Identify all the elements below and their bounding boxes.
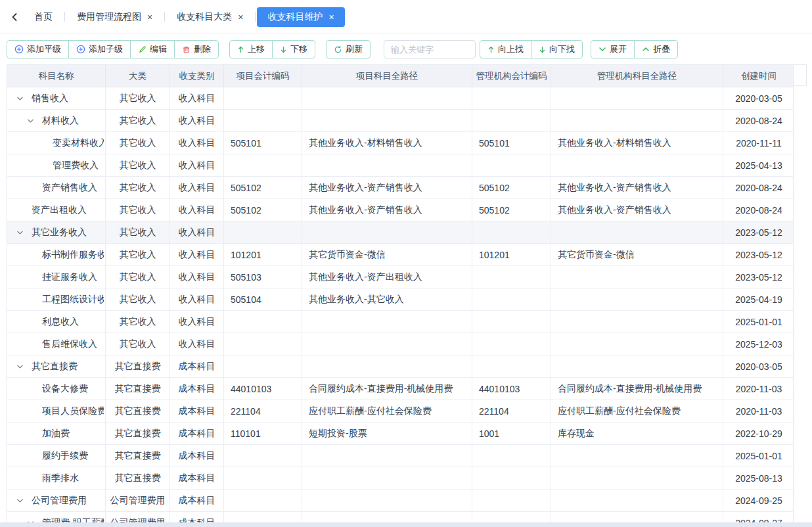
expand-toggle[interactable] (15, 230, 25, 235)
table-row[interactable]: 挂证服务收入其它收入收入科目505103其他业务收入-资产出租收入2023-05… (7, 266, 793, 288)
table-row[interactable]: 售后维保收入其它收入收入科目2025-12-03 (7, 333, 793, 355)
add-sibling-button[interactable]: 添加平级 (7, 40, 69, 58)
table-row[interactable]: 材料收入其它收入收入科目2020-08-24 (7, 110, 793, 132)
collapse-all-button[interactable]: 折叠 (634, 40, 678, 58)
cell-org-path (551, 490, 723, 511)
tab-close-icon[interactable]: × (328, 12, 334, 22)
chevron-down-icon (598, 47, 606, 52)
tab-close-icon[interactable]: × (147, 12, 152, 22)
cell-category: 其它直接费 (106, 467, 170, 489)
table-row[interactable]: 销售收入其它收入收入科目2020-03-05 (7, 87, 793, 110)
expand-all-button[interactable]: 展开 (591, 40, 635, 58)
tab-subject-category[interactable]: 收支科目大类 × (166, 7, 254, 27)
move-down-button[interactable]: 下移 (272, 40, 315, 58)
cell-proj-path (302, 110, 472, 131)
tab-close-icon[interactable]: × (238, 12, 243, 22)
cell-created: 2020-08-24 (723, 177, 794, 198)
table-header-row: 科目名称 大类 收支类别 项目会计编码 项目科目全路径 管理机构会计编码 管理机… (7, 65, 793, 87)
cell-category: 其它直接费 (106, 378, 170, 400)
edit-button[interactable]: 编辑 (130, 40, 175, 58)
subject-name-text: 项目人员保险费 (42, 405, 104, 417)
column-header-type: 收支类别 (170, 65, 224, 87)
cell-org-code (472, 110, 551, 131)
add-child-button[interactable]: 添加子级 (68, 40, 131, 58)
cell-org-path: 其它货币资金-微信 (551, 244, 723, 265)
cell-org-code (472, 333, 551, 355)
expand-toggle[interactable] (15, 364, 25, 369)
table-row[interactable]: 其它业务收入其它收入收入科目2023-05-12 (7, 221, 793, 244)
cell-created: 2023-05-12 (723, 266, 794, 288)
table-row[interactable]: 工程图纸设计收入其它收入收入科目505104其他业务收入-其它收入2025-04… (7, 288, 793, 311)
column-header-created: 创建时间 (723, 65, 794, 87)
cell-type: 收入科目 (170, 311, 224, 332)
table-row[interactable]: 设备大修费其它直接费成本科目44010103合同履约成本-直接费用-机械使用费4… (7, 378, 793, 400)
expand-toggle[interactable] (15, 498, 25, 503)
cell-subject-name: 工程图纸设计收入 (7, 288, 106, 310)
table-row[interactable]: 利息收入其它收入收入科目2025-01-01 (7, 311, 793, 333)
table-row[interactable]: 项目人员保险费其它直接费成本科目221104应付职工薪酬-应付社会保险费2211… (7, 400, 793, 423)
tab-bar: 首页 费用管理流程图 × 收支科目大类 × 收支科目维护 × (0, 0, 812, 34)
cell-created: 2020-03-05 (723, 355, 794, 377)
cell-org-path (551, 266, 723, 288)
tree-indent (15, 165, 36, 166)
table-row[interactable]: 变卖材料收入其它收入收入科目505101其他业务收入-材料销售收入505101其… (7, 132, 793, 154)
horizontal-scrollbar[interactable] (0, 522, 812, 527)
cell-created: 2025-04-13 (723, 154, 794, 176)
tab-expense-flowchart[interactable]: 费用管理流程图 × (66, 7, 163, 27)
table-row[interactable]: 加油费其它直接费成本科目110101短期投资-股票1001库存现金2022-10… (7, 423, 793, 445)
tab-subject-maintenance[interactable]: 收支科目维护 × (257, 7, 344, 27)
cell-proj-code: 505103 (224, 266, 302, 288)
subject-name-text: 资产出租收入 (32, 204, 87, 216)
cell-proj-path (302, 490, 472, 511)
search-input[interactable] (384, 40, 476, 58)
cell-org-code: 505102 (472, 177, 551, 198)
cell-org-path (551, 355, 723, 377)
table-row[interactable]: 资产出租收入其它收入收入科目505102其他业务收入-资产销售收入505102其… (7, 199, 793, 221)
table-row[interactable]: 管理费收入其它收入收入科目2025-04-13 (7, 154, 793, 177)
tree-indent (15, 455, 26, 456)
tree-indent (15, 433, 26, 434)
expand-toggle[interactable] (26, 118, 35, 124)
cell-subject-name: 材料收入 (7, 110, 106, 131)
move-up-button[interactable]: 上移 (229, 40, 273, 58)
find-down-button[interactable]: 向下找 (531, 40, 583, 58)
tree-indent (15, 321, 26, 322)
cell-type: 收入科目 (170, 266, 224, 288)
back-button[interactable] (5, 8, 24, 26)
cell-proj-code: 110101 (224, 423, 302, 444)
arrow-up-icon (487, 45, 495, 54)
cell-type: 成本科目 (170, 423, 224, 444)
table-row[interactable]: 标书制作服务收入其它收入收入科目101201其它货币资金-微信101201其它货… (7, 244, 793, 266)
cell-org-path (551, 445, 723, 467)
find-up-button[interactable]: 向上找 (480, 40, 531, 58)
refresh-button[interactable]: 刷新 (326, 40, 371, 58)
cell-proj-path (302, 355, 472, 377)
table-body: 销售收入其它收入收入科目2020-03-05材料收入其它收入收入科目2020-0… (7, 87, 793, 527)
button-label: 上移 (248, 43, 265, 55)
cell-created: 2025-08-13 (723, 467, 794, 489)
refresh-icon (334, 45, 342, 54)
tab-label: 首页 (34, 11, 53, 23)
cell-subject-name: 公司管理费用 (7, 490, 106, 511)
table-row[interactable]: 其它直接费其它直接费成本科目2020-03-05 (7, 355, 793, 378)
chevron-up-icon (642, 47, 650, 52)
cell-category: 其它收入 (106, 177, 170, 198)
table-row[interactable]: 雨季排水其它直接费成本科目2025-08-13 (7, 467, 793, 490)
cell-org-path: 其他业务收入-资产销售收入 (551, 177, 723, 198)
cell-subject-name: 其它直接费 (7, 355, 106, 377)
cell-proj-code: 505102 (224, 199, 302, 221)
arrow-up-icon (237, 45, 244, 54)
expand-toggle[interactable] (15, 96, 25, 101)
cell-created: 2020-11-03 (723, 400, 794, 422)
cell-subject-name: 管理费收入 (7, 154, 106, 176)
table-row[interactable]: 公司管理费用公司管理费用成本科目2024-09-25 (7, 490, 793, 512)
table-row[interactable]: 资产销售收入其它收入收入科目505102其他业务收入-资产销售收入505102其… (7, 177, 793, 199)
tab-home[interactable]: 首页 (24, 7, 63, 27)
subject-name-text: 履约手续费 (42, 450, 88, 462)
table-row[interactable]: 履约手续费其它直接费成本科目2025-01-01 (7, 445, 793, 467)
cell-category: 公司管理费用 (106, 490, 170, 511)
delete-button[interactable]: 删除 (174, 40, 219, 58)
button-label: 展开 (610, 43, 627, 55)
cell-type: 成本科目 (170, 378, 224, 400)
cell-category: 其它收入 (106, 311, 170, 332)
